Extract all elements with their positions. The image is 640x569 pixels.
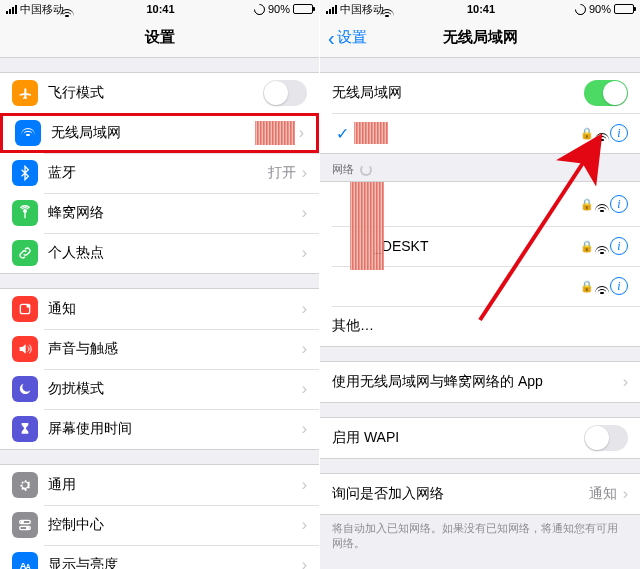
info-button[interactable]: i <box>610 195 628 213</box>
row-airplane-mode[interactable]: 飞行模式 <box>0 73 319 113</box>
row-bluetooth[interactable]: 蓝牙 打开 › <box>0 153 319 193</box>
row-network-1[interactable]: 🔒 i <box>320 182 640 226</box>
row-label: 飞行模式 <box>48 84 263 102</box>
lock-icon: 🔒 <box>580 127 594 140</box>
network-name-label: _DESKT <box>374 238 580 254</box>
row-display[interactable]: AA 显示与亮度 › <box>0 545 319 569</box>
svg-point-4 <box>21 521 23 523</box>
info-button[interactable]: i <box>610 124 628 142</box>
status-bar: 中国移动 10:41 90% <box>0 0 319 18</box>
row-label: 蜂窝网络 <box>48 204 302 222</box>
clock-label: 10:41 <box>387 3 575 15</box>
row-network-3[interactable]: 🔒 i <box>320 266 640 306</box>
spinner-icon <box>360 164 372 176</box>
airplane-toggle[interactable] <box>263 80 307 106</box>
speaker-icon <box>12 336 38 362</box>
wifi-toggle[interactable] <box>584 80 628 106</box>
switches-icon <box>12 512 38 538</box>
networks-section-header: 网络 <box>320 154 640 181</box>
notification-icon <box>12 296 38 322</box>
row-label: 无线局域网 <box>51 124 255 142</box>
ask-to-join-footer: 将自动加入已知网络。如果没有已知网络，将通知您有可用网络。 <box>320 515 640 564</box>
info-button[interactable]: i <box>610 237 628 255</box>
wifi-screen: 中国移动 10:41 90% ‹ 设置 无线局域网 无线局域网 ✓ 🔒 <box>320 0 640 569</box>
row-label: 屏幕使用时间 <box>48 420 302 438</box>
nav-bar: 设置 <box>0 18 319 58</box>
moon-icon <box>12 376 38 402</box>
gear-icon <box>12 472 38 498</box>
row-value: 打开 <box>268 164 296 182</box>
row-wifi[interactable]: 无线局域网 › <box>0 113 319 153</box>
row-connected-network[interactable]: ✓ 🔒 i <box>320 113 640 153</box>
chevron-right-icon: › <box>623 373 628 391</box>
chevron-right-icon: › <box>302 380 307 398</box>
chevron-right-icon: › <box>302 476 307 494</box>
back-label: 设置 <box>337 28 367 47</box>
sync-icon <box>252 1 268 17</box>
section-label: 网络 <box>332 162 354 177</box>
bluetooth-icon <box>12 160 38 186</box>
chevron-right-icon: › <box>302 300 307 318</box>
carrier-label: 中国移动 <box>340 2 384 17</box>
battery-pct-label: 90% <box>268 3 290 15</box>
row-hotspot[interactable]: 个人热点 › <box>0 233 319 273</box>
battery-icon <box>614 4 634 14</box>
row-label: 其他… <box>332 317 628 335</box>
redacted-network-name <box>350 182 384 270</box>
row-label: 无线局域网 <box>332 84 584 102</box>
signal-icon <box>326 5 337 14</box>
link-icon <box>12 240 38 266</box>
wifi-icon <box>15 120 41 146</box>
row-label: 询问是否加入网络 <box>332 485 589 503</box>
chevron-left-icon: ‹ <box>328 28 335 48</box>
chevron-right-icon: › <box>302 556 307 569</box>
row-label: 勿扰模式 <box>48 380 302 398</box>
antenna-icon <box>12 200 38 226</box>
row-label: 使用无线局域网与蜂窝网络的 App <box>332 373 623 391</box>
row-sounds[interactable]: 声音与触感 › <box>0 329 319 369</box>
lock-icon: 🔒 <box>580 198 594 211</box>
settings-screen: 中国移动 10:41 90% 设置 飞行模式 无线局域网 › <box>0 0 320 569</box>
row-screentime[interactable]: 屏幕使用时间 › <box>0 409 319 449</box>
row-label: 显示与亮度 <box>48 556 302 569</box>
chevron-right-icon: › <box>302 204 307 222</box>
svg-point-0 <box>24 210 27 213</box>
info-button[interactable]: i <box>610 277 628 295</box>
clock-label: 10:41 <box>67 3 254 15</box>
hourglass-icon <box>12 416 38 442</box>
lock-icon: 🔒 <box>580 240 594 253</box>
wapi-toggle[interactable] <box>584 425 628 451</box>
row-dnd[interactable]: 勿扰模式 › <box>0 369 319 409</box>
nav-bar: ‹ 设置 无线局域网 <box>320 18 640 58</box>
carrier-label: 中国移动 <box>20 2 64 17</box>
row-enable-wapi[interactable]: 启用 WAPI <box>320 418 640 458</box>
chevron-right-icon: › <box>623 485 628 503</box>
text-size-icon: AA <box>12 552 38 569</box>
row-cellular[interactable]: 蜂窝网络 › <box>0 193 319 233</box>
row-ask-to-join[interactable]: 询问是否加入网络 通知 › <box>320 474 640 514</box>
redacted-network-name <box>354 122 388 144</box>
row-notifications[interactable]: 通知 › <box>0 289 319 329</box>
chevron-right-icon: › <box>302 516 307 534</box>
row-label: 控制中心 <box>48 516 302 534</box>
chevron-right-icon: › <box>299 124 304 142</box>
signal-icon <box>6 5 17 14</box>
row-wifi-toggle[interactable]: 无线局域网 <box>320 73 640 113</box>
lock-icon: 🔒 <box>580 280 594 293</box>
row-value: 通知 <box>589 485 617 503</box>
row-other-network[interactable]: 其他… <box>320 306 640 346</box>
page-title: 无线局域网 <box>443 28 518 47</box>
svg-point-2 <box>26 304 30 308</box>
status-bar: 中国移动 10:41 90% <box>320 0 640 18</box>
chevron-right-icon: › <box>302 340 307 358</box>
airplane-icon <box>12 80 38 106</box>
page-title: 设置 <box>145 28 175 47</box>
row-general[interactable]: 通用 › <box>0 465 319 505</box>
row-label: 蓝牙 <box>48 164 268 182</box>
row-control-center[interactable]: 控制中心 › <box>0 505 319 545</box>
row-label: 个人热点 <box>48 244 302 262</box>
row-apps-using-wlan[interactable]: 使用无线局域网与蜂窝网络的 App › <box>320 362 640 402</box>
chevron-right-icon: › <box>302 244 307 262</box>
back-button[interactable]: ‹ 设置 <box>328 28 367 48</box>
redacted-wifi-name <box>255 121 295 145</box>
